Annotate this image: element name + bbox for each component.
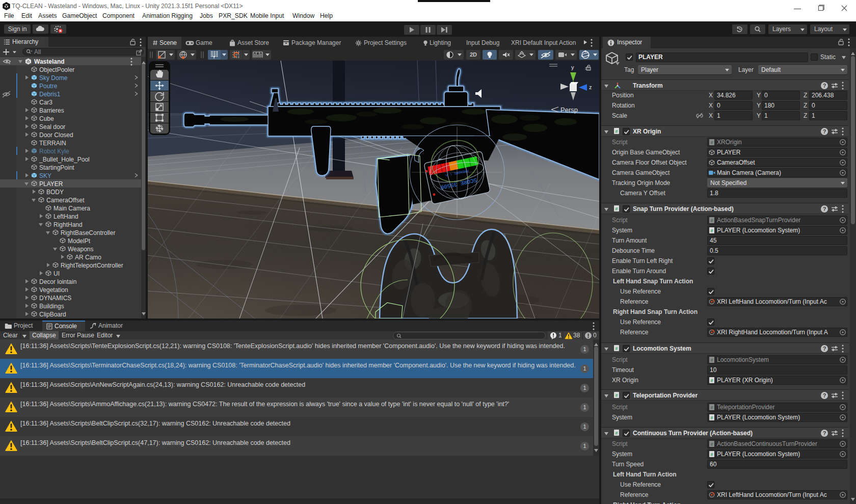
- svg-text:y: y: [571, 64, 574, 70]
- svg-text:Persp: Persp: [560, 106, 578, 114]
- svg-text:z: z: [589, 84, 592, 90]
- svg-text:Y: Y: [212, 55, 216, 60]
